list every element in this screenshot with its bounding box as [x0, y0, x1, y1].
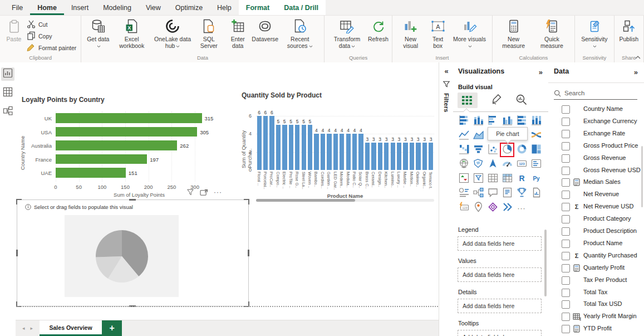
bar-steel-la[interactable]: [302, 125, 306, 170]
field-checkbox[interactable]: [562, 215, 570, 223]
field-checkbox[interactable]: [562, 264, 570, 272]
field-checkbox[interactable]: [562, 227, 570, 236]
bar-floral[interactable]: [257, 116, 262, 170]
field-row-ytd-profit[interactable]: YTD Profit: [548, 323, 644, 335]
visual-type-decomposition-tree[interactable]: [471, 186, 485, 201]
format-painter-button[interactable]: Format painter: [25, 42, 78, 53]
collapse-visualizations-icon[interactable]: »: [539, 67, 543, 77]
field-row-tax-per-product[interactable]: Tax Per Product: [548, 275, 644, 286]
field-checkbox[interactable]: [562, 325, 570, 333]
bar-modern[interactable]: [340, 134, 344, 170]
ribbon-tab-view[interactable]: View: [139, 0, 168, 15]
bar-electric[interactable]: [282, 125, 287, 170]
visual-type-stacked-bar-chart[interactable]: [456, 114, 471, 128]
field-checkbox[interactable]: [562, 313, 570, 321]
bar-led-gar[interactable]: [333, 134, 338, 170]
field-row-total-tax[interactable]: Total Tax: [548, 287, 644, 299]
field-checkbox[interactable]: [562, 203, 570, 211]
visual-type-treemap[interactable]: [529, 143, 543, 157]
field-row-median-sales[interactable]: Median Sales: [548, 177, 644, 188]
field-row-gross-product-price[interactable]: Gross Product Price: [548, 140, 644, 152]
bar-solar-q[interactable]: [358, 134, 363, 170]
model-view-button[interactable]: [1, 105, 14, 119]
bar-uk[interactable]: [56, 113, 202, 123]
bar-porcelai[interactable]: [263, 116, 268, 170]
field-checkbox[interactable]: [562, 191, 570, 199]
field-row-yearly-profit-margin[interactable]: Σ Yearly Profit Margin: [548, 311, 644, 323]
field-checkbox[interactable]: [562, 154, 570, 163]
visual-type-pie-chart[interactable]: [500, 143, 514, 157]
analytics-tab[interactable]: [515, 94, 527, 108]
visual-type-kpi[interactable]: [456, 172, 471, 186]
paste-button[interactable]: Paste: [3, 17, 25, 43]
bar-modula[interactable]: [346, 134, 351, 170]
bar-woven[interactable]: [308, 125, 312, 170]
visual-type-smart-narrative[interactable]: [500, 186, 514, 201]
field-row-quarterly-profit[interactable]: Quarterly Profit: [548, 262, 644, 274]
filters-strip-label[interactable]: Filters: [443, 93, 450, 113]
collapse-data-pane-icon[interactable]: »: [634, 67, 638, 77]
visual-type-r-script-visual[interactable]: R: [514, 172, 529, 186]
visual-type-scatter-chart[interactable]: [485, 143, 500, 157]
resize-handle[interactable]: [16, 199, 22, 204]
visual-type-ribbon-chart[interactable]: [529, 128, 543, 143]
visual-type-arcgis-map[interactable]: [471, 201, 485, 215]
bar-organic[interactable]: [422, 143, 427, 170]
field-checkbox[interactable]: [562, 240, 570, 248]
get-data-button[interactable]: Get data: [84, 17, 112, 50]
field-checkbox[interactable]: [562, 142, 570, 150]
bar-france[interactable]: [56, 154, 147, 164]
focus-mode-icon[interactable]: [200, 189, 208, 196]
selected-empty-visual[interactable]: Select or drag fields to populate this v…: [17, 199, 249, 306]
field-checkbox[interactable]: [562, 118, 570, 126]
field-checkbox[interactable]: [562, 167, 570, 175]
bar-lumino[interactable]: [391, 143, 395, 170]
visual-type-map[interactable]: [456, 157, 471, 172]
excel-workbook-button[interactable]: XExcel workbook: [112, 17, 151, 50]
more-options-icon[interactable]: ···: [214, 188, 222, 196]
build-visual-tab[interactable]: [458, 92, 478, 108]
bar-chart-loyalty-points[interactable]: Loyalty Points by Country050100150200250…: [19, 95, 237, 202]
visual-type-more-options[interactable]: ···: [514, 201, 529, 215]
bar-bambo[interactable]: [314, 134, 318, 170]
ribbon-tab-data-drill[interactable]: Data / Drill: [277, 0, 326, 15]
ribbon-tab-modeling[interactable]: Modeling: [96, 0, 139, 15]
visual-type-waterfall-chart[interactable]: [456, 143, 471, 157]
sensitivity-button[interactable]: Sensitivity: [578, 17, 611, 50]
bar-oakwo[interactable]: [416, 143, 420, 170]
bar-compo[interactable]: [276, 125, 281, 170]
report-view-button[interactable]: [1, 67, 14, 81]
next-page-arrow-icon[interactable]: ▸: [31, 325, 33, 331]
column-chart-quantity-sold[interactable]: Quantity Sold by Product02466Floral ..6P…: [239, 90, 437, 203]
data-view-button[interactable]: [1, 86, 14, 100]
new-measure-button[interactable]: New measure: [495, 17, 532, 50]
chart-scrollbar-thumb[interactable]: [256, 199, 355, 202]
field-checkbox[interactable]: [562, 178, 570, 187]
text-box-button[interactable]: AText box: [426, 17, 450, 50]
more-visuals-button[interactable]: More visuals: [450, 17, 489, 50]
bar-rose-g[interactable]: [295, 125, 299, 170]
bar-kitchen[interactable]: [384, 143, 389, 170]
field-row-product-category[interactable]: Product Category: [548, 213, 644, 225]
field-row-product-name[interactable]: Product Name: [548, 238, 644, 250]
quick-measure-button[interactable]: Quick measure: [532, 17, 572, 50]
visual-type-line-chart[interactable]: [456, 128, 471, 143]
bar-motion[interactable]: [410, 143, 414, 170]
well-dropzone-legend[interactable]: Add data fields here: [458, 236, 542, 251]
field-checkbox[interactable]: [562, 289, 570, 297]
visual-type-100-stacked-bar-chart[interactable]: [514, 114, 529, 128]
field-row-product-description[interactable]: Product Description: [548, 226, 644, 237]
visual-type-power-automate[interactable]: [500, 201, 514, 215]
resize-handle[interactable]: [16, 250, 18, 256]
visual-type-metrics[interactable]: [514, 186, 529, 201]
dataverse-button[interactable]: Dataverse: [252, 17, 279, 43]
well-dropzone-tooltips[interactable]: Add data fields here: [458, 330, 542, 336]
data-search-box[interactable]: Search: [554, 87, 637, 100]
bar-cerami[interactable]: [371, 143, 376, 170]
field-checkbox[interactable]: [562, 300, 570, 309]
visual-type-slicer[interactable]: [471, 172, 485, 186]
visual-type-donut-chart[interactable]: [514, 143, 529, 157]
visualizations-scrollbar[interactable]: [544, 230, 547, 296]
visual-type-gauge[interactable]: [500, 157, 514, 172]
enter-data-button[interactable]: Enter data: [224, 17, 252, 50]
